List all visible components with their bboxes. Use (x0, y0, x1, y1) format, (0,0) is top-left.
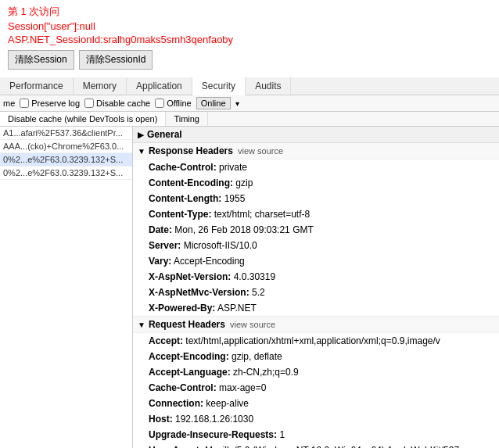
table-row: Accept-Encoding: gzip, deflate (133, 349, 499, 364)
request-headers-title: Request Headers (149, 319, 225, 330)
dropdown-arrow-icon[interactable]: ▾ (235, 99, 239, 108)
tab-memory[interactable]: Memory (74, 77, 127, 95)
header-name: Accept: (149, 335, 183, 346)
header-value: 4.0.30319 (231, 271, 275, 282)
general-title: General (147, 129, 182, 140)
table-row: Host: 192.168.1.26:1030 (133, 411, 499, 427)
header-value: 5.2 (250, 287, 265, 298)
general-section-header[interactable]: ▶ General (133, 127, 499, 143)
header-value: private (217, 162, 247, 173)
general-arrow-icon: ▶ (138, 131, 144, 139)
table-row: User-Agent: Mozilla/5.0 (Windows NT 10.0… (133, 443, 499, 448)
header-value: Microsoft-IIS/10.0 (181, 240, 257, 251)
header-value: gzip, deflate (229, 351, 282, 362)
table-row: X-Powered-By: ASP.NET (133, 300, 499, 316)
header-name: Host: (149, 414, 173, 425)
table-row: Vary: Accept-Encoding (133, 253, 499, 269)
right-panel: ▶ General ▼ Response Headers view source… (133, 127, 499, 448)
top-area: 第 1 次访问 Session["user"]:null ASP.NET_Ses… (0, 0, 499, 77)
preserve-log-checkbox[interactable] (20, 99, 29, 108)
list-item[interactable]: AAA...(cko)+Chrome%2F63.0... (0, 140, 132, 153)
sub-toolbar: Disable cache (while DevTools is open) T… (0, 112, 499, 127)
header-name: User-Agent: (149, 445, 203, 448)
first-visit-text: 第 1 次访问 (8, 5, 491, 19)
header-name: Server: (149, 240, 181, 251)
header-name: Vary: (149, 256, 171, 267)
devtools-tabs: Performance Memory Application Security … (0, 77, 499, 95)
table-row: Accept-Language: zh-CN,zh;q=0.9 (133, 364, 499, 380)
tab-audits[interactable]: Audits (246, 77, 291, 95)
header-value: text/html,application/xhtml+xml,applicat… (183, 335, 440, 346)
header-name: Upgrade-Insecure-Requests: (149, 429, 277, 440)
response-headers-title: Response Headers (149, 145, 233, 156)
response-headers-arrow-icon[interactable]: ▼ (138, 147, 145, 156)
tab-application[interactable]: Application (127, 77, 192, 95)
header-value: Accept-Encoding (171, 256, 244, 267)
header-value: Mozilla/5.0 (Windows NT 10.0; Win64; x64… (203, 445, 459, 448)
header-value: ASP.NET (215, 303, 256, 314)
list-item[interactable]: A1...afari%2F537.36&clientPr... (0, 127, 132, 140)
response-headers-view-source[interactable]: view source (238, 146, 283, 156)
online-button[interactable]: Online (196, 97, 231, 109)
offline-checkbox[interactable] (155, 99, 164, 108)
table-row: Content-Type: text/html; charset=utf-8 (133, 206, 499, 222)
header-value: Mon, 26 Feb 2018 09:03:21 GMT (172, 224, 314, 235)
offline-label[interactable]: Offline (155, 99, 192, 108)
offline-text: Offline (167, 99, 192, 108)
header-name: Content-Type: (149, 209, 211, 220)
table-row: Date: Mon, 26 Feb 2018 09:03:21 GMT (133, 222, 499, 238)
response-headers-title-row: ▼ Response Headers view source (133, 143, 499, 159)
header-value: keep-alive (203, 398, 249, 409)
me-label: me (3, 99, 15, 108)
disable-cache-checkbox[interactable] (84, 99, 94, 108)
request-headers-arrow-icon[interactable]: ▼ (138, 321, 145, 329)
clear-sessionid-button[interactable]: 清除SessionId (79, 50, 153, 70)
disable-cache-label[interactable]: Disable cache (84, 99, 150, 108)
preserve-log-label[interactable]: Preserve log (20, 99, 80, 108)
table-row: Upgrade-Insecure-Requests: 1 (133, 427, 499, 443)
response-headers-list: Cache-Control: private Content-Encoding:… (133, 159, 499, 316)
table-row: Content-Encoding: gzip (133, 175, 499, 191)
header-name: X-AspNetMvc-Version: (149, 287, 250, 298)
table-row: Content-Length: 1955 (133, 191, 499, 206)
request-headers-list: Accept: text/html,application/xhtml+xml,… (133, 333, 499, 448)
button-row: 清除Session 清除SessionId (8, 50, 491, 70)
table-row: Accept: text/html,application/xhtml+xml,… (133, 333, 499, 349)
list-item[interactable]: 0%2...e%2F63.0.3239.132+S... (0, 153, 132, 167)
request-headers-view-source[interactable]: view source (230, 320, 275, 329)
session-null-text: Session["user"]:null (8, 20, 491, 32)
header-value: 1955 (221, 193, 245, 204)
clear-session-button[interactable]: 清除Session (8, 50, 74, 70)
tab-security[interactable]: Security (192, 77, 246, 95)
header-name: X-Powered-By: (149, 303, 215, 314)
header-value: zh-CN,zh;q=0.9 (231, 367, 299, 378)
header-name: X-AspNet-Version: (149, 271, 231, 282)
table-row: Connection: keep-alive (133, 396, 499, 411)
header-name: Connection: (149, 398, 203, 409)
header-value: 192.168.1.26:1030 (173, 414, 253, 425)
table-row: X-AspNet-Version: 4.0.30319 (133, 269, 499, 285)
header-value: gzip (233, 177, 253, 188)
header-name: Date: (149, 224, 172, 235)
header-name: Accept-Language: (149, 367, 231, 378)
response-headers-section: ▼ Response Headers view source Cache-Con… (133, 143, 499, 317)
table-row: Server: Microsoft-IIS/10.0 (133, 238, 499, 253)
header-name: Cache-Control: (149, 382, 217, 393)
session-id-text: ASP.NET_SessionId:sralhg0maks5smh3qenfao… (8, 34, 491, 45)
header-value: text/html; charset=utf-8 (211, 209, 310, 220)
header-name: Cache-Control: (149, 162, 217, 173)
preserve-log-text: Preserve log (31, 99, 80, 108)
list-item[interactable]: 0%2...e%2F63.0.3239.132+S... (0, 167, 132, 180)
tab-performance[interactable]: Performance (0, 77, 74, 95)
header-value: max-age=0 (217, 382, 267, 393)
header-name: Content-Length: (149, 193, 221, 204)
subtab-timing[interactable]: Timing (166, 112, 208, 126)
request-headers-section: ▼ Request Headers view source Accept: te… (133, 317, 499, 448)
toolbar-row: me Preserve log Disable cache Offline On… (0, 95, 499, 112)
header-value: 1 (277, 429, 285, 440)
table-row: Cache-Control: max-age=0 (133, 380, 499, 396)
left-sidebar: A1...afari%2F537.36&clientPr... AAA...(c… (0, 127, 133, 448)
subtab-disable-cache[interactable]: Disable cache (while DevTools is open) (0, 112, 166, 126)
table-row: Cache-Control: private (133, 159, 499, 175)
table-row: X-AspNetMvc-Version: 5.2 (133, 285, 499, 300)
